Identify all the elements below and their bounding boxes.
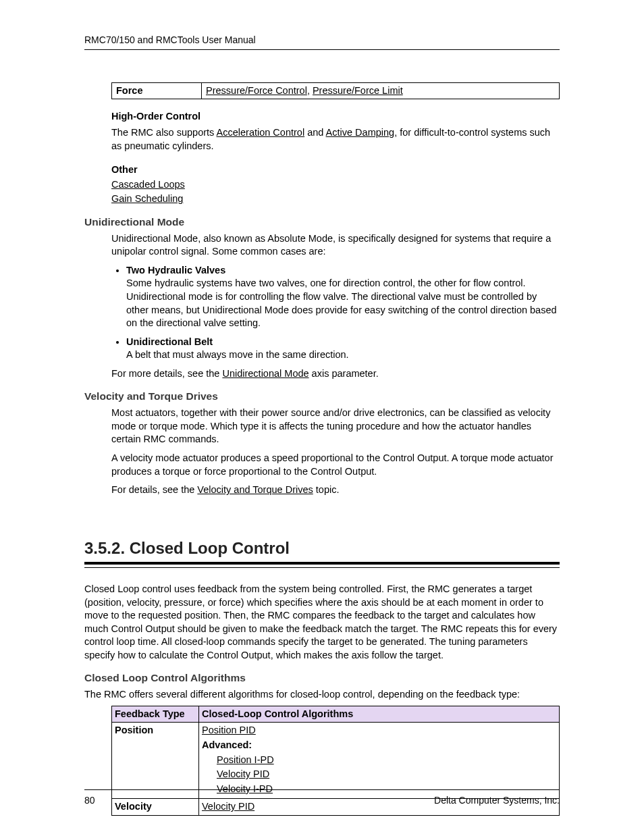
- advanced-label: Advanced:: [202, 739, 556, 752]
- link-active-damping[interactable]: Active Damping: [326, 127, 395, 138]
- link-acceleration-control[interactable]: Acceleration Control: [217, 127, 305, 138]
- section-rule: [84, 562, 560, 568]
- velocity-torque-heading: Velocity and Torque Drives: [84, 390, 560, 404]
- running-header: RMC70/150 and RMCTools User Manual: [84, 34, 560, 47]
- link-position-pid[interactable]: Position PID: [202, 725, 256, 735]
- velocity-torque-p3: For details, see the Velocity and Torque…: [111, 484, 560, 497]
- unidirectional-cases: Two Hydraulic Valves Some hydraulic syst…: [111, 264, 560, 362]
- link-unidirectional-mode[interactable]: Unidirectional Mode: [222, 368, 308, 379]
- section-heading: 3.5.2. Closed Loop Control: [84, 538, 560, 559]
- unidirectional-heading: Unidirectional Mode: [84, 215, 560, 230]
- velocity-torque-p1: Most actuators, together with their powe…: [111, 407, 560, 446]
- unidirectional-more: For more details, see the Unidirectional…: [111, 367, 560, 381]
- force-table: Force Pressure/Force Control, Pressure/F…: [111, 82, 560, 100]
- link-position-ipd[interactable]: Position I-PD: [217, 754, 274, 765]
- footer-company: Delta Computer Systems, Inc.: [434, 794, 560, 807]
- case-two-valves-body: Some hydraulic systems have two valves, …: [126, 278, 557, 328]
- other-heading: Other: [111, 163, 560, 177]
- case-belt: Unidirectional Belt A belt that must alw…: [126, 336, 560, 362]
- case-belt-body: A belt that must always move in the same…: [126, 349, 349, 360]
- high-order-paragraph: The RMC also supports Acceleration Contr…: [111, 126, 560, 153]
- link-cascaded-loops[interactable]: Cascaded Loops: [111, 179, 185, 190]
- unidirectional-intro: Unidirectional Mode, also known as Absol…: [111, 232, 560, 259]
- algo-heading: Closed Loop Control Algorithms: [84, 671, 560, 685]
- force-row-value: Pressure/Force Control, Pressure/Force L…: [202, 82, 560, 99]
- link-pressure-force-control[interactable]: Pressure/Force Control: [206, 85, 307, 96]
- algo-th-algos: Closed-Loop Control Algorithms: [199, 706, 560, 723]
- force-row-label: Force: [112, 82, 202, 99]
- link-velocity-torque-drives[interactable]: Velocity and Torque Drives: [197, 484, 313, 495]
- velocity-torque-p2: A velocity mode actuator produces a spee…: [111, 452, 560, 478]
- link-velocity-pid[interactable]: Velocity PID: [217, 768, 269, 779]
- page-footer: 80 Delta Computer Systems, Inc.: [84, 785, 560, 807]
- case-belt-head: Unidirectional Belt: [126, 336, 213, 347]
- case-two-valves-head: Two Hydraulic Valves: [126, 265, 225, 276]
- case-two-valves: Two Hydraulic Valves Some hydraulic syst…: [126, 264, 560, 330]
- high-order-heading: High-Order Control: [111, 110, 560, 124]
- algo-th-feedback: Feedback Type: [112, 706, 199, 723]
- algo-intro: The RMC offers several different algorit…: [84, 688, 560, 702]
- link-gain-scheduling[interactable]: Gain Scheduling: [111, 193, 183, 204]
- page-number: 80: [84, 794, 95, 807]
- footer-rule: [84, 789, 560, 790]
- closed-loop-intro: Closed Loop control uses feedback from t…: [84, 583, 560, 662]
- link-pressure-force-limit[interactable]: Pressure/Force Limit: [313, 85, 403, 96]
